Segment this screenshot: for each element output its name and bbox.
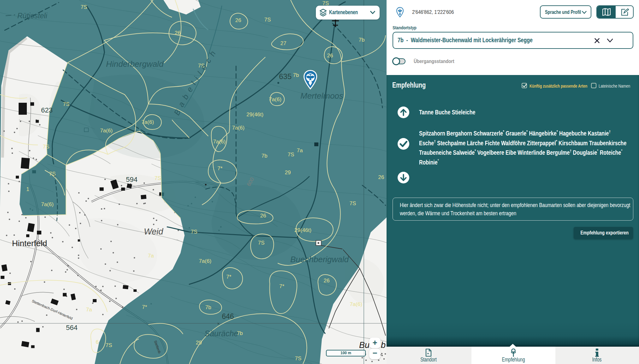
svg-text:7*: 7* [217, 165, 222, 171]
svg-text:7S: 7S [350, 200, 356, 206]
svg-text:26: 26 [378, 174, 384, 180]
svg-text:7S: 7S [295, 355, 302, 361]
svg-text:Weid: Weid [144, 227, 163, 236]
svg-text:7S: 7S [106, 342, 112, 348]
svg-text:b: b [381, 340, 386, 350]
svg-text:7S: 7S [81, 4, 87, 10]
svg-text:7S: 7S [191, 229, 198, 235]
svg-text:7a(6): 7a(6) [232, 125, 245, 131]
svg-text:26: 26 [175, 30, 181, 36]
svg-text:7a(6): 7a(6) [269, 96, 281, 102]
svg-text:7a(6): 7a(6) [41, 201, 54, 207]
svg-text:Säuräche: Säuräche [204, 329, 238, 338]
svg-text:6: 6 [96, 339, 98, 345]
svg-text:7S: 7S [264, 17, 271, 23]
svg-text:29(46t): 29(46t) [294, 227, 311, 233]
svg-text:7a: 7a [297, 147, 303, 153]
svg-text:7S: 7S [49, 171, 56, 177]
svg-text:26: 26 [260, 213, 266, 219]
svg-text:7a: 7a [86, 307, 92, 313]
svg-text:7a(6): 7a(6) [199, 258, 211, 264]
svg-text:7a(6): 7a(6) [100, 128, 113, 134]
svg-text:7*: 7* [279, 283, 284, 289]
svg-text:Rütjosteli: Rütjosteli [17, 12, 47, 20]
svg-text:29: 29 [285, 170, 291, 176]
svg-text:7b: 7b [205, 304, 211, 310]
svg-text:×: × [217, 321, 220, 326]
svg-text:7a(6): 7a(6) [213, 139, 226, 145]
svg-text:7b: 7b [293, 72, 299, 78]
svg-text:26: 26 [324, 278, 330, 284]
svg-text:29: 29 [196, 340, 202, 346]
svg-text:1: 1 [26, 186, 29, 192]
svg-text:Hinderbergwald: Hinderbergwald [106, 59, 164, 69]
svg-text:7b: 7b [262, 153, 268, 159]
svg-text:646: 646 [222, 312, 234, 321]
svg-text:26: 26 [327, 53, 333, 59]
svg-text:7b: 7b [359, 37, 365, 43]
svg-text:7a(6): 7a(6) [350, 301, 362, 307]
svg-text:7a(6): 7a(6) [141, 119, 154, 125]
svg-text:7S: 7S [43, 144, 50, 150]
svg-text:Bu: Bu [359, 340, 370, 350]
svg-text:7S: 7S [288, 152, 294, 158]
svg-text:Buechberigwald: Buechberigwald [290, 255, 349, 264]
svg-text:635: 635 [279, 72, 292, 81]
svg-text:Mertelmoos: Mertelmoos [300, 91, 343, 101]
svg-text:623: 623 [41, 106, 53, 114]
svg-text:594: 594 [126, 176, 138, 183]
svg-text:26: 26 [235, 17, 241, 23]
svg-text:7*: 7* [142, 304, 147, 310]
svg-text:564: 564 [66, 324, 78, 332]
svg-text:7*: 7* [226, 274, 231, 280]
svg-text:7a: 7a [148, 253, 154, 259]
svg-text:7S: 7S [155, 175, 161, 181]
svg-text:Hinterfeld: Hinterfeld [12, 239, 47, 248]
svg-text:27: 27 [281, 40, 287, 46]
svg-text:7S: 7S [63, 101, 70, 107]
svg-text:29(46t): 29(46t) [246, 112, 263, 118]
svg-text:7S: 7S [258, 240, 265, 246]
